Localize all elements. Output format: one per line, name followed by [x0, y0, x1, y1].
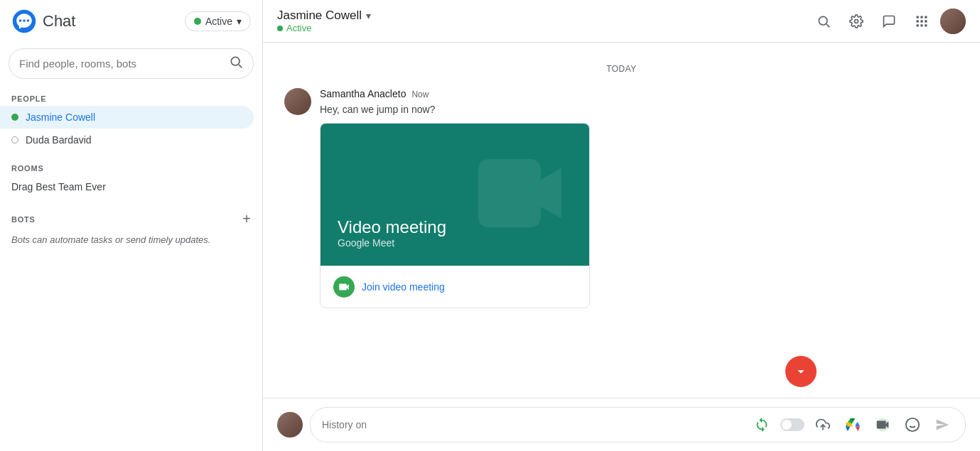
logo-area: Chat: [11, 9, 75, 34]
status-chevron-icon: ▾: [237, 16, 242, 27]
message-text: Hey, can we jump in now?: [320, 102, 590, 117]
add-bots-button[interactable]: +: [242, 211, 251, 227]
svg-point-6: [819, 16, 827, 25]
messages-area[interactable]: TODAY Samantha Anacleto Now Hey, can we …: [263, 43, 980, 398]
online-indicator: [11, 114, 18, 121]
user-avatar[interactable]: [940, 9, 966, 34]
svg-point-8: [855, 19, 858, 23]
svg-rect-17: [925, 24, 927, 26]
svg-rect-15: [917, 24, 919, 26]
search-button[interactable]: [809, 7, 838, 36]
bots-header: BOTS +: [11, 211, 251, 227]
svg-rect-9: [917, 16, 919, 18]
svg-rect-10: [920, 16, 922, 18]
sender-avatar: [284, 88, 311, 115]
video-card-title: Video meeting: [338, 217, 572, 237]
bots-section-label: BOTS: [11, 215, 36, 224]
svg-point-21: [906, 418, 919, 431]
message-input-box[interactable]: [310, 407, 966, 442]
rooms-list: Drag Best Team Ever: [0, 175, 262, 204]
svg-rect-14: [925, 20, 927, 22]
sidebar: Chat Active ▾ PEOPLE Jasmine Cowell Duda…: [0, 0, 263, 451]
message-time: Now: [411, 89, 429, 99]
svg-point-4: [231, 57, 239, 65]
message-header: Samantha Anacleto Now: [320, 88, 590, 99]
meet-button[interactable]: [871, 413, 894, 436]
sidebar-item-jasmine-cowell[interactable]: Jasmine Cowell: [0, 106, 254, 129]
chevron-down-icon: ▾: [366, 10, 371, 21]
settings-button[interactable]: [842, 7, 871, 36]
search-icon[interactable]: [229, 55, 243, 72]
join-meeting-label: Join video meeting: [362, 281, 445, 293]
scroll-down-button[interactable]: [785, 356, 817, 387]
upload-button[interactable]: [812, 413, 834, 436]
main-chat-area: Jasmine Cowell ▾ Active: [263, 0, 980, 451]
status-badge[interactable]: Active ▾: [185, 11, 251, 31]
video-card-banner: Video meeting Google Meet: [321, 124, 589, 266]
rooms-section-label: ROOMS: [0, 157, 262, 175]
today-divider: TODAY: [284, 64, 959, 74]
contact-name: Jasmine Cowell: [277, 9, 362, 23]
search-box[interactable]: [9, 48, 254, 79]
sidebar-header: Chat Active ▾: [0, 0, 262, 43]
svg-point-2: [23, 19, 26, 22]
status-dot-indicator: [194, 18, 201, 25]
bots-description: Bots can automate tasks or send timely u…: [11, 233, 251, 247]
send-button[interactable]: [931, 413, 954, 436]
message-content: Samantha Anacleto Now Hey, can we jump i…: [320, 88, 590, 308]
message-input[interactable]: [322, 419, 743, 430]
svg-rect-13: [920, 20, 922, 22]
svg-rect-11: [925, 16, 927, 18]
join-video-meeting-button[interactable]: Join video meeting: [321, 266, 589, 308]
sidebar-item-duda-bardavid[interactable]: Duda Bardavid: [0, 129, 254, 151]
person-name: Duda Bardavid: [26, 134, 92, 146]
status-label: Active: [205, 16, 232, 27]
people-list: Jasmine Cowell Duda Bardavid: [0, 106, 262, 157]
sidebar-item-drag-best-team[interactable]: Drag Best Team Ever: [0, 175, 262, 198]
video-meeting-card: Video meeting Google Meet Join video mee…: [320, 123, 590, 308]
toggle-track[interactable]: [780, 418, 804, 431]
contact-status: Active: [277, 23, 371, 33]
drive-button[interactable]: [841, 413, 864, 436]
message-sender: Samantha Anacleto: [320, 88, 406, 99]
svg-line-5: [239, 65, 242, 67]
svg-line-7: [826, 24, 829, 27]
bots-section: BOTS + Bots can automate tasks or send t…: [0, 204, 262, 254]
contact-status-label: Active: [286, 23, 311, 33]
people-section-label: PEOPLE: [0, 87, 262, 106]
svg-rect-12: [917, 20, 919, 22]
input-user-avatar: [277, 412, 303, 438]
meet-icon: [333, 276, 355, 298]
message-row: Samantha Anacleto Now Hey, can we jump i…: [284, 88, 959, 308]
offline-indicator: [11, 136, 18, 143]
video-card-subtitle: Google Meet: [338, 237, 572, 249]
svg-rect-16: [920, 24, 922, 26]
input-area: [263, 398, 980, 451]
history-toggle[interactable]: [780, 418, 804, 431]
person-name: Jasmine Cowell: [26, 112, 95, 123]
search-input[interactable]: [19, 58, 229, 70]
app-title: Chat: [43, 12, 75, 31]
feedback-button[interactable]: [875, 7, 903, 36]
apps-button[interactable]: [908, 7, 936, 36]
toggle-thumb: [782, 420, 792, 430]
svg-point-3: [27, 19, 30, 22]
chat-logo-icon: [11, 9, 37, 34]
emoji-button[interactable]: [901, 413, 924, 436]
chat-header: Jasmine Cowell ▾ Active: [263, 0, 980, 43]
svg-point-1: [19, 19, 22, 22]
contact-info: Jasmine Cowell ▾ Active: [277, 9, 371, 33]
refresh-history-button[interactable]: [750, 413, 773, 436]
contact-online-dot: [277, 26, 283, 31]
svg-marker-18: [541, 168, 561, 218]
header-actions: [809, 7, 966, 36]
contact-name-row[interactable]: Jasmine Cowell ▾: [277, 9, 371, 23]
